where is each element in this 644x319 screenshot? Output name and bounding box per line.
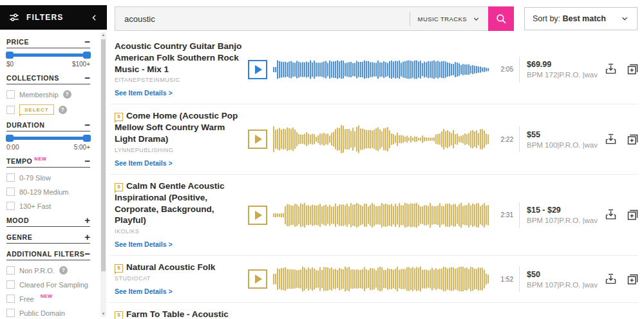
sort-dropdown[interactable]: Sort by: Best match xyxy=(524,7,638,30)
select-collection-badge[interactable]: SELECT xyxy=(19,104,54,115)
checkbox[interactable] xyxy=(6,266,15,275)
music-search-page: FILTERS PRICE−$0$100+COLLECTIONS−Members… xyxy=(0,0,644,319)
track-title[interactable]: $Farm To Table - Acoustic Uplifting Insp… xyxy=(115,309,243,319)
checkbox[interactable] xyxy=(6,202,15,210)
chevron-down-icon xyxy=(472,15,480,23)
add-to-collection-button[interactable] xyxy=(626,63,639,76)
checkbox[interactable] xyxy=(6,173,15,182)
waveform[interactable] xyxy=(273,200,489,230)
filter-section-header[interactable]: COLLECTIONS− xyxy=(6,74,90,84)
add-to-collection-button[interactable] xyxy=(626,133,639,146)
scrollbar-thumb[interactable] xyxy=(101,39,106,271)
filter-option-cleared-for-sampling[interactable]: Cleared For Sampling xyxy=(6,280,90,289)
filter-option-0-79-slow[interactable]: 0-79 Slow xyxy=(6,173,90,182)
download-preview-button[interactable] xyxy=(604,63,618,76)
filter-section-header[interactable]: DURATION− xyxy=(6,121,90,131)
slider-handle-min[interactable] xyxy=(6,135,14,142)
slider-labels: 0:005:00+ xyxy=(6,144,90,151)
waveform[interactable] xyxy=(273,55,489,84)
track-author[interactable]: EITANEPSTEINMUSIC xyxy=(115,77,243,83)
add-to-collection-icon xyxy=(626,133,639,146)
filter-option-label: Membership xyxy=(19,91,59,99)
checkbox[interactable] xyxy=(6,90,15,99)
filter-option-label: Free xyxy=(19,295,34,303)
add-to-collection-button[interactable] xyxy=(626,208,639,222)
see-item-details-link[interactable]: See Item Details > xyxy=(115,159,173,167)
collapse-icon[interactable]: − xyxy=(84,122,90,128)
play-icon xyxy=(255,135,262,144)
track-title[interactable]: $Come Home (Acoustic Pop Mellow Soft Cou… xyxy=(115,110,243,144)
download-preview-button[interactable] xyxy=(604,273,618,286)
range-slider[interactable] xyxy=(7,137,90,140)
search-scope-label: MUSIC TRACKS xyxy=(418,15,467,23)
see-item-details-link[interactable]: See Item Details > xyxy=(115,240,173,248)
filter-option-select[interactable]: SELECT? xyxy=(6,104,90,115)
chevron-down-icon xyxy=(620,14,629,23)
download-preview-button[interactable] xyxy=(604,133,618,146)
waveform-graphic xyxy=(273,124,489,154)
slider-handle-max[interactable] xyxy=(83,135,91,142)
track-author[interactable]: STUDIOCAT xyxy=(115,275,243,282)
filter-section-header[interactable]: TEMPONEW− xyxy=(6,157,90,168)
collapse-sidebar-button[interactable] xyxy=(90,14,99,22)
add-to-collection-button[interactable] xyxy=(626,273,639,286)
scroll-up-arrow-icon[interactable]: ▲ xyxy=(100,32,106,38)
slider-handle-max[interactable] xyxy=(83,52,91,59)
slider-handle-min[interactable] xyxy=(6,52,14,59)
filter-section-header[interactable]: ADDITIONAL FILTERS− xyxy=(6,250,90,260)
waveform[interactable] xyxy=(273,264,489,294)
track-author[interactable]: LYNNEPUBLISHING xyxy=(115,147,243,153)
filter-option-80-129-medium[interactable]: 80-129 Medium xyxy=(6,188,90,196)
play-button[interactable] xyxy=(248,206,267,225)
filters-sidebar: FILTERS PRICE−$0$100+COLLECTIONS−Members… xyxy=(0,0,107,319)
checkbox[interactable] xyxy=(6,106,15,114)
sidebar-scrollbar[interactable]: ▲ ▼ xyxy=(100,32,106,317)
checkbox[interactable] xyxy=(6,188,15,196)
download-icon xyxy=(604,133,618,146)
help-icon[interactable]: ? xyxy=(59,266,68,275)
collapse-icon[interactable]: − xyxy=(84,39,90,45)
waveform[interactable] xyxy=(273,124,489,154)
track-title[interactable]: Acoustic Country Guitar Banjo American F… xyxy=(115,41,243,75)
checkbox[interactable] xyxy=(6,280,15,289)
filter-option-non-p-r-o-[interactable]: Non P.R.O.? xyxy=(6,266,90,275)
search-input[interactable] xyxy=(115,7,410,30)
see-item-details-link[interactable]: See Item Details > xyxy=(115,287,173,295)
play-button[interactable] xyxy=(248,269,267,289)
track-meta: BPM 107|P.R.O. |wav xyxy=(527,281,604,289)
filter-option-130-fast[interactable]: 130+ Fast xyxy=(6,202,90,210)
filter-section-label: DURATION xyxy=(6,121,44,129)
filter-option-public-domain[interactable]: Public Domain xyxy=(6,309,90,317)
filter-section-price: PRICE−$0$100+ xyxy=(6,38,90,68)
expand-icon[interactable]: + xyxy=(84,234,90,240)
collapse-icon[interactable]: − xyxy=(84,251,90,257)
range-slider[interactable] xyxy=(7,53,90,57)
checkbox[interactable] xyxy=(6,295,15,303)
filter-section-header[interactable]: PRICE− xyxy=(6,38,90,48)
download-preview-button[interactable] xyxy=(604,208,618,222)
filter-option-membership[interactable]: Membership? xyxy=(6,90,90,99)
filters-title: FILTERS xyxy=(26,13,64,22)
search-button[interactable] xyxy=(488,6,514,31)
help-icon[interactable]: ? xyxy=(63,90,71,99)
new-badge: NEW xyxy=(34,156,46,162)
track-author[interactable]: IKOLIKS xyxy=(115,228,243,235)
see-item-details-link[interactable]: See Item Details > xyxy=(115,89,173,97)
expand-icon[interactable]: + xyxy=(84,217,90,224)
track-title[interactable]: $Natural Acoustic Folk xyxy=(115,262,243,273)
divider xyxy=(519,202,520,228)
paid-license-badge-icon: $ xyxy=(115,113,123,121)
filter-option-free[interactable]: FreeNEW xyxy=(6,295,90,303)
filter-section-header[interactable]: GENRE+ xyxy=(6,233,90,244)
track-title[interactable]: $Calm N Gentle Acoustic Inspirational (P… xyxy=(115,180,243,226)
search-scope-dropdown[interactable]: MUSIC TRACKS xyxy=(410,12,488,26)
checkbox[interactable] xyxy=(6,309,15,317)
filters-header: FILTERS xyxy=(0,5,107,30)
help-icon[interactable]: ? xyxy=(59,106,67,114)
play-button[interactable] xyxy=(248,60,267,79)
collapse-icon[interactable]: − xyxy=(84,158,90,164)
collapse-icon[interactable]: − xyxy=(84,75,90,81)
play-button[interactable] xyxy=(248,130,267,149)
scroll-down-arrow-icon[interactable]: ▼ xyxy=(100,311,106,317)
filter-section-header[interactable]: MOOD+ xyxy=(6,217,90,227)
